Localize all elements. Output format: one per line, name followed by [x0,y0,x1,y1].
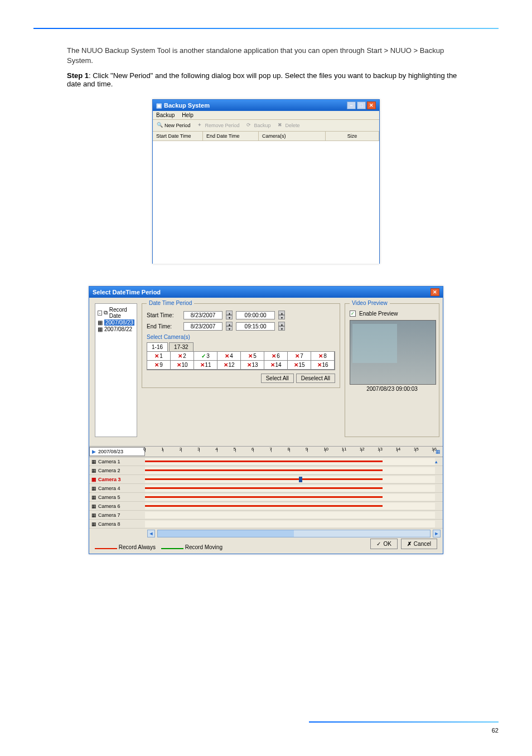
camera-cell-8[interactable]: ✕8 [311,352,335,361]
date-spinner[interactable]: ▴▾ [226,322,233,331]
camera-cell-3[interactable]: ✓3 [194,352,217,361]
camera-label[interactable]: ▦Camera 3 [89,477,145,482]
timeline-track[interactable] [145,503,435,510]
timeline-track[interactable] [145,458,435,465]
camera-cell-5[interactable]: ✕5 [241,352,264,361]
date-spinner[interactable]: ▴▾ [226,311,233,319]
scroll-up-icon[interactable]: ▴ [435,459,443,464]
select-all-button[interactable]: Select All [261,374,294,383]
hour-tick: 11 [341,447,346,452]
timeline-track[interactable] [145,467,435,474]
close-button[interactable]: ✕ [367,101,376,109]
camera-label[interactable]: ▦Camera 1 [89,459,145,464]
legend: Record Always Record Moving [89,541,228,554]
new-period-button[interactable]: 🔍New Period [155,122,192,129]
time-spinner[interactable]: ▴▾ [278,311,285,319]
timeline-scrollbar[interactable]: ◄ ► [89,529,443,539]
camera-cell-7[interactable]: ✕7 [288,352,311,361]
timeline-track[interactable] [145,485,435,492]
scroll-thumb[interactable] [158,530,294,537]
camera-cell-6[interactable]: ✕6 [264,352,288,361]
hour-tick: 10 [323,447,328,452]
camera-cell-16[interactable]: ✕16 [311,361,335,370]
select-cameras-label: Select Camera(s) [147,334,335,340]
tab-17-32[interactable]: 17-32 [169,342,194,352]
legend-green-line [161,548,183,549]
timeline-header: ▶ 2007/08/23 012345678910111213141516 ▦ [89,447,443,457]
tree-root[interactable]: - ⧉ Record Date [98,307,134,319]
tree-item[interactable]: ▦ 2007/08/23 [98,319,134,326]
tree-item[interactable]: ▦ 2007/08/22 [98,326,134,332]
camera-cell-2[interactable]: ✕2 [171,352,194,361]
recording-segment [145,505,383,507]
camera-cell-11[interactable]: ✕11 [194,361,217,370]
dialog-body: - ⧉ Record Date ▦ 2007/08/23 ▦ 2007/08/2… [89,298,443,446]
cancel-button[interactable]: ✗Cancel [401,539,437,549]
timeline-row: ▦Camera 1▴ [89,457,443,466]
camera-label[interactable]: ▦Camera 5 [89,495,145,500]
collapse-icon[interactable]: - [98,311,102,316]
end-time-input[interactable]: 09:15:00 [236,322,275,331]
timeline: ▶ 2007/08/23 012345678910111213141516 ▦ … [89,446,443,554]
start-date-input[interactable]: 8/23/2007 [183,311,223,319]
camera-cell-13[interactable]: ✕13 [241,361,264,370]
timeline-track[interactable] [145,521,435,527]
camera-cell-9[interactable]: ✕9 [147,361,171,370]
scroll-track[interactable] [157,530,431,537]
camera-cell-12[interactable]: ✕12 [217,361,241,370]
camera-cell-15[interactable]: ✕15 [288,361,311,370]
ok-button[interactable]: ✓OK [370,539,397,549]
start-time-input[interactable]: 09:00:00 [236,311,275,319]
camera-icon: ▦ [91,477,96,482]
hour-tick: 8 [288,447,290,452]
timeline-track[interactable] [145,476,435,483]
maximize-button[interactable]: □ [357,101,366,109]
timeline-track[interactable] [145,512,435,518]
preview-image [350,320,436,385]
calendar-icon: ▦ [98,326,103,332]
timeline-track[interactable] [145,494,435,501]
camera-cell-4[interactable]: ✕4 [217,352,241,361]
camera-cell-14[interactable]: ✕14 [264,361,288,370]
preview-pane: Video Preview ✓ Enable Preview 2007/08/2… [345,303,439,440]
menu-backup[interactable]: Backup [156,112,175,118]
camera-number: 5 [253,353,257,359]
camera-label[interactable]: ▦Camera 8 [89,521,145,527]
hour-tick: 9 [306,447,308,452]
camera-label[interactable]: ▦Camera 7 [89,512,145,518]
hour-tick: 7 [269,447,272,452]
minimize-button[interactable]: – [347,101,356,109]
deselect-all-button[interactable]: Deselect All [296,374,335,383]
camera-cell-10[interactable]: ✕10 [171,361,194,370]
col-start[interactable]: Start Date Time [153,132,203,140]
record-date-tree[interactable]: - ⧉ Record Date ▦ 2007/08/23 ▦ 2007/08/2… [95,303,137,437]
col-camera[interactable]: Camera(s) [259,132,326,140]
video-preview-group: Video Preview ✓ Enable Preview 2007/08/2… [345,303,439,437]
camera-label[interactable]: ▦Camera 4 [89,486,145,491]
close-button[interactable]: ✕ [431,288,439,296]
recording-segment [145,478,383,480]
camera-label[interactable]: ▦Camera 2 [89,468,145,473]
scroll-left-icon[interactable]: ◄ [147,530,155,537]
recording-segment [145,461,383,462]
play-icon[interactable]: ▶ [92,449,96,454]
timeline-row: ▦Camera 7 [89,511,443,520]
enable-preview-checkbox[interactable]: ✓ [350,311,356,317]
scroll-right-icon[interactable]: ► [433,530,441,537]
menu-help[interactable]: Help [182,112,194,118]
end-date-input[interactable]: 8/23/2007 [183,322,223,331]
col-end[interactable]: End Date Time [203,132,259,140]
col-size[interactable]: Size [326,132,379,140]
camera-number: 16 [322,362,328,368]
tab-1-16[interactable]: 1-16 [147,342,168,352]
camera-cell-1[interactable]: ✕1 [147,352,171,361]
camera-label[interactable]: ▦Camera 6 [89,503,145,509]
timeline-row: ▦Camera 5 [89,493,443,502]
check-icon: ✓ [376,541,381,547]
camera-tabs: 1-16 17-32 [147,342,335,352]
intro-paragraph: The NUUO Backup System Tool is another s… [67,46,465,66]
selection-marker[interactable] [299,477,302,482]
hour-tick: 1 [161,447,163,452]
time-spinner[interactable]: ▴▾ [278,322,285,331]
x-icon: ✕ [200,362,205,368]
